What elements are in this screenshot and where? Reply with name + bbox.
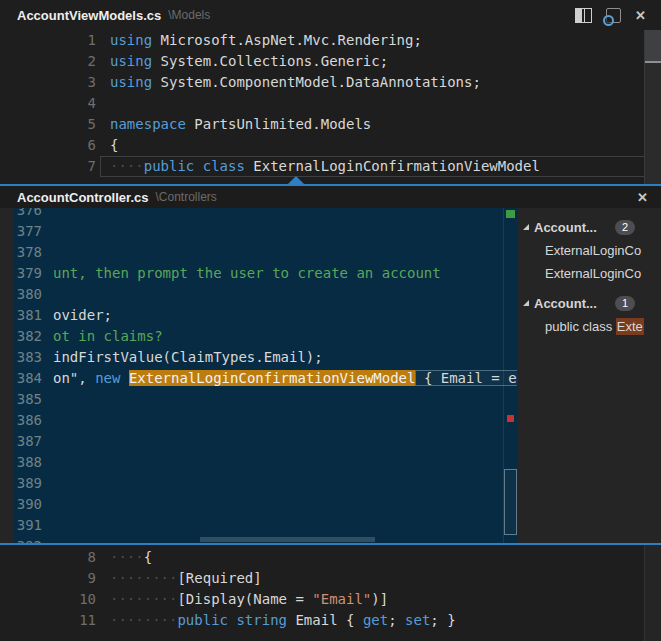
code-line-6[interactable]: 6{ [0,135,645,156]
line-content [42,221,517,242]
line-number: 3 [0,72,100,93]
peek-horizontal-scrollbar[interactable] [200,537,375,542]
line-number: 2 [0,51,100,72]
reference-group[interactable]: Account...2 [517,215,661,239]
close-editor-icon[interactable]: ✕ [635,9,646,22]
editor-scrollbar-bottom[interactable] [644,545,661,641]
line-content [42,473,517,494]
code-line-10[interactable]: 10········[Display(Name = "Email")] [0,589,645,610]
code-segment-txt: { [144,549,152,565]
twisty-expanded-icon[interactable] [523,300,529,306]
line-content: using System.Collections.Generic; [100,51,645,72]
code-segment-kw: public class [144,158,245,174]
line-content: indFirstValue(ClaimTypes.Email); [42,347,517,368]
code-segment-txt: [Required] [177,570,261,586]
reference-item[interactable]: public class Exte [517,315,661,338]
code-line-378[interactable]: 378 [0,242,517,263]
code-line-387[interactable]: 387 [0,431,517,452]
line-content [42,494,517,515]
code-line-381[interactable]: 381ovider; [0,305,517,326]
split-editor-icon[interactable] [575,8,592,23]
code-line-11[interactable]: 11········public string Email { get; set… [0,610,645,631]
code-segment-txt: [Display(Name = [177,591,312,607]
code-segment-ws: ········ [110,591,177,607]
code-line-7[interactable]: 7····public class ExternalLoginConfirmat… [0,156,645,177]
code-segment-txt: System.ComponentModel.DataAnnotations; [152,74,481,90]
code-line-390[interactable]: 390 [0,494,517,515]
code-line-384[interactable]: 384on", new ExternalLoginConfirmationVie… [0,368,517,389]
line-number: 5 [0,114,100,135]
references-panel: Account...2ExternalLoginCoExternalLoginC… [517,208,661,543]
code-segment-kw: public string [177,612,287,628]
line-number: 4 [0,93,100,114]
code-line-382[interactable]: 382ot in claims? [0,326,517,347]
code-segment-txt: ; } [430,612,455,628]
code-line-389[interactable]: 389 [0,473,517,494]
line-content [42,389,517,410]
line-content [100,93,645,114]
code-line-4[interactable]: 4 [0,93,645,114]
code-segment-txt: on", [53,370,95,386]
code-line-385[interactable]: 385 [0,389,517,410]
titlebar-actions: ✕ [575,8,661,23]
code-segment-ws: ········ [110,570,177,586]
open-preview-icon[interactable] [606,8,621,23]
editor-code-bottom: 8····{9········[Required]10········[Disp… [0,545,661,641]
reference-group[interactable]: Account...1 [517,291,661,315]
code-segment-txt: indFirstValue(ClaimTypes.Email); [53,349,323,365]
code-segment-txt: ; [388,612,405,628]
code-line-376[interactable]: 376 [0,208,517,221]
peek-close-icon[interactable]: ✕ [637,191,661,204]
reference-count-badge: 1 [615,296,635,311]
code-line-380[interactable]: 380 [0,284,517,305]
code-segment-txt: { [110,137,118,153]
editor-code-top: 1using Microsoft.AspNet.Mvc.Rendering;2u… [0,30,661,184]
file-name: AccountViewModels.cs [17,8,161,23]
line-content [42,515,517,536]
line-content: ····{ [100,547,645,568]
code-segment-kw: new [95,370,129,386]
code-line-388[interactable]: 388 [0,452,517,473]
code-line-5[interactable]: 5namespace PartsUnlimited.Models [0,114,645,135]
line-number: 9 [0,568,100,589]
code-segment-kw: set [405,612,430,628]
line-number: 11 [0,610,100,631]
peek-body: 376377378379unt, then prompt the user to… [0,208,661,545]
code-segment-kw: namespace [110,116,186,132]
peek-overview-ruler[interactable] [503,208,517,543]
peek-file-path: \Controllers [155,190,216,204]
reference-item[interactable]: ExternalLoginCo [517,239,661,262]
line-content: namespace PartsUnlimited.Models [100,114,645,135]
code-segment-com: ot in claims? [53,328,163,344]
editor-scrollbar[interactable] [644,30,661,184]
line-content: { [100,135,645,156]
twisty-expanded-icon[interactable] [523,224,529,230]
code-line-391[interactable]: 391 [0,515,517,536]
code-line-9[interactable]: 9········[Required] [0,568,645,589]
code-segment-txt: ovider; [53,307,112,323]
code-segment-ws: ···· [110,549,144,565]
line-content: ········public string Email { get; set; … [100,610,645,631]
code-segment-hl: ExternalLoginConfirmationViewModel [129,370,416,386]
reference-item[interactable]: ExternalLoginCo [517,262,661,285]
code-line-8[interactable]: 8····{ [0,547,645,568]
line-content [42,242,517,263]
line-number: 1 [0,30,100,51]
code-segment-txt: Email { [287,612,363,628]
code-line-1[interactable]: 1using Microsoft.AspNet.Mvc.Rendering; [0,30,645,51]
editor-titlebar: AccountViewModels.cs \Models ✕ [0,0,661,30]
scrollbar-slider[interactable] [645,30,661,61]
code-segment-kw: get [363,612,388,628]
reference-match-highlight: Exte [616,318,644,335]
code-line-383[interactable]: 383indFirstValue(ClaimTypes.Email); [0,347,517,368]
reference-item-text: ExternalLoginCo [545,243,641,258]
code-line-2[interactable]: 2using System.Collections.Generic; [0,51,645,72]
code-line-379[interactable]: 379unt, then prompt the user to create a… [0,263,517,284]
code-segment-txt: Microsoft.AspNet.Mvc.Rendering; [152,32,422,48]
code-line-3[interactable]: 3using System.ComponentModel.DataAnnotat… [0,72,645,93]
code-line-377[interactable]: 377 [0,221,517,242]
line-content: on", new ExternalLoginConfirmationViewMo… [42,368,517,389]
peek-scrollbar-slider[interactable] [504,469,517,535]
line-content: using Microsoft.AspNet.Mvc.Rendering; [100,30,645,51]
code-line-386[interactable]: 386 [0,410,517,431]
